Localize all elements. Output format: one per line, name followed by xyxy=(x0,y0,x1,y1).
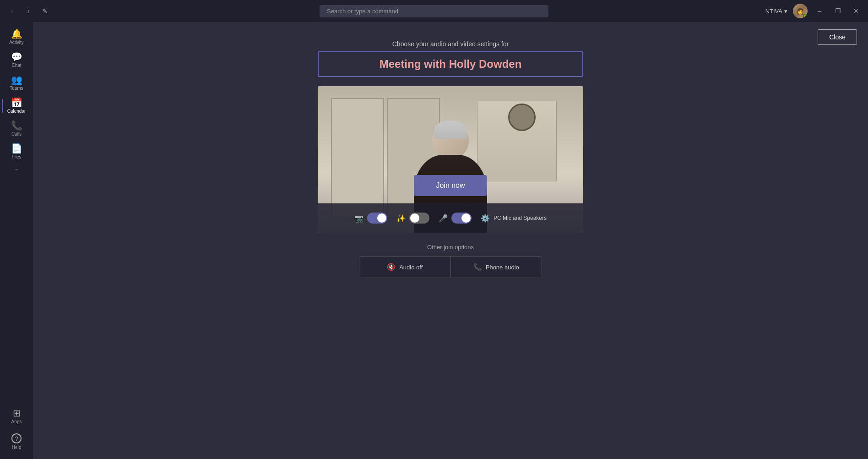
teams-icon: 👥 xyxy=(11,75,22,84)
phone-audio-label: Phone audio xyxy=(486,264,519,271)
sidebar: 🔔 Activity 💬 Chat 👥 Teams 📅 Calendar 📞 C… xyxy=(0,22,33,459)
person-hair xyxy=(434,120,467,139)
mic-toggle-thumb xyxy=(461,213,471,223)
content-area: Close Choose your audio and video settin… xyxy=(33,22,868,459)
room-clock xyxy=(508,104,536,131)
sidebar-label-help: Help xyxy=(12,445,22,450)
blur-toggle[interactable] xyxy=(409,213,429,224)
sidebar-item-activity[interactable]: 🔔 Activity xyxy=(2,26,31,49)
sidebar-item-teams[interactable]: 👥 Teams xyxy=(2,71,31,94)
restore-button[interactable]: ❐ xyxy=(831,5,844,17)
settings-icon: ⚙️ xyxy=(481,214,490,223)
sidebar-label-calls: Calls xyxy=(11,131,22,137)
calendar-icon: 📅 xyxy=(11,98,22,107)
video-toggle[interactable] xyxy=(367,213,387,224)
join-options-row: 🔇 Audio off 📞 Phone audio xyxy=(359,256,542,278)
other-join-options: Other join options 🔇 Audio off 📞 Phone a… xyxy=(318,244,583,278)
sidebar-item-chat[interactable]: 💬 Chat xyxy=(2,49,31,71)
nav-buttons: ‹ › ✎ xyxy=(5,5,51,17)
meeting-title-box: Meeting with Holly Dowden xyxy=(318,51,583,77)
meeting-title-part2: Dowden xyxy=(479,58,521,70)
close-meeting-button[interactable]: Close xyxy=(818,29,857,45)
sidebar-bottom: ⊞ Apps ? Help xyxy=(2,405,31,459)
phone-audio-icon: 📞 xyxy=(473,263,482,271)
setup-subtitle: Choose your audio and video settings for xyxy=(392,40,509,48)
person-head xyxy=(432,123,469,159)
sidebar-label-activity: Activity xyxy=(9,40,24,45)
sidebar-item-more[interactable]: ··· xyxy=(2,163,31,175)
calls-icon: 📞 xyxy=(11,121,22,130)
blur-toggle-thumb xyxy=(410,213,419,223)
audio-off-label: Audio off xyxy=(399,264,423,271)
sidebar-item-files[interactable]: 📄 Files xyxy=(2,140,31,163)
more-label: ··· xyxy=(15,167,18,172)
video-preview: Join now 📷 ✨ xyxy=(318,86,583,233)
titlebar: ‹ › ✎ NTIVA ▾ 👩 – ❐ ✕ xyxy=(0,0,868,22)
chevron-down-icon: ▾ xyxy=(784,8,787,15)
sidebar-label-apps: Apps xyxy=(11,419,22,424)
other-options-title: Other join options xyxy=(318,244,583,251)
window-close-button[interactable]: ✕ xyxy=(850,5,863,17)
audio-off-option[interactable]: 🔇 Audio off xyxy=(359,257,451,278)
files-icon: 📄 xyxy=(11,144,22,153)
join-now-button[interactable]: Join now xyxy=(414,175,487,196)
mic-toggle[interactable] xyxy=(451,213,472,224)
blur-control: ✨ xyxy=(396,213,429,224)
mic-control: 🎤 xyxy=(439,213,472,224)
search-input[interactable] xyxy=(320,5,548,17)
phone-audio-option[interactable]: 📞 Phone audio xyxy=(451,257,542,278)
room-door-left xyxy=(331,98,384,218)
mic-icon: 🎤 xyxy=(439,214,448,223)
camera-icon: 📷 xyxy=(354,214,363,223)
video-control: 📷 xyxy=(354,213,387,224)
avatar[interactable]: 👩 xyxy=(793,4,808,18)
search-bar xyxy=(320,5,548,17)
pc-mic-label: PC Mic and Speakers xyxy=(494,215,547,221)
main-layout: 🔔 Activity 💬 Chat 👥 Teams 📅 Calendar 📞 C… xyxy=(0,22,868,459)
help-icon: ? xyxy=(11,433,22,443)
controls-bar: 📷 ✨ 🎤 xyxy=(318,203,583,233)
sidebar-item-calls[interactable]: 📞 Calls xyxy=(2,117,31,140)
sidebar-label-teams: Teams xyxy=(10,86,23,91)
sidebar-label-chat: Chat xyxy=(11,63,21,68)
minimize-button[interactable]: – xyxy=(813,5,826,17)
sidebar-item-calendar[interactable]: 📅 Calendar xyxy=(2,94,31,117)
audio-off-icon: 🔇 xyxy=(387,263,396,271)
org-name[interactable]: NTIVA ▾ xyxy=(765,8,787,15)
meeting-title: Meeting with Holly Dowden xyxy=(328,58,573,71)
meeting-title-part1: Meeting with Holly xyxy=(380,58,479,70)
sidebar-label-calendar: Calendar xyxy=(7,109,26,114)
compose-button[interactable]: ✎ xyxy=(38,5,51,17)
video-toggle-thumb xyxy=(377,213,386,223)
sidebar-label-files: Files xyxy=(11,154,21,159)
sidebar-item-help[interactable]: ? Help xyxy=(2,430,31,454)
forward-button[interactable]: › xyxy=(22,5,35,17)
chat-icon: 💬 xyxy=(11,52,22,61)
titlebar-right: NTIVA ▾ 👩 – ❐ ✕ xyxy=(765,4,863,18)
blur-icon: ✨ xyxy=(396,214,406,223)
back-button[interactable]: ‹ xyxy=(5,5,18,17)
sidebar-item-apps[interactable]: ⊞ Apps xyxy=(2,405,31,428)
apps-icon: ⊞ xyxy=(13,409,21,418)
status-indicator xyxy=(803,14,807,18)
speaker-control: ⚙️ PC Mic and Speakers xyxy=(481,214,547,223)
activity-icon: 🔔 xyxy=(11,29,22,38)
meeting-setup: Choose your audio and video settings for… xyxy=(318,40,583,278)
